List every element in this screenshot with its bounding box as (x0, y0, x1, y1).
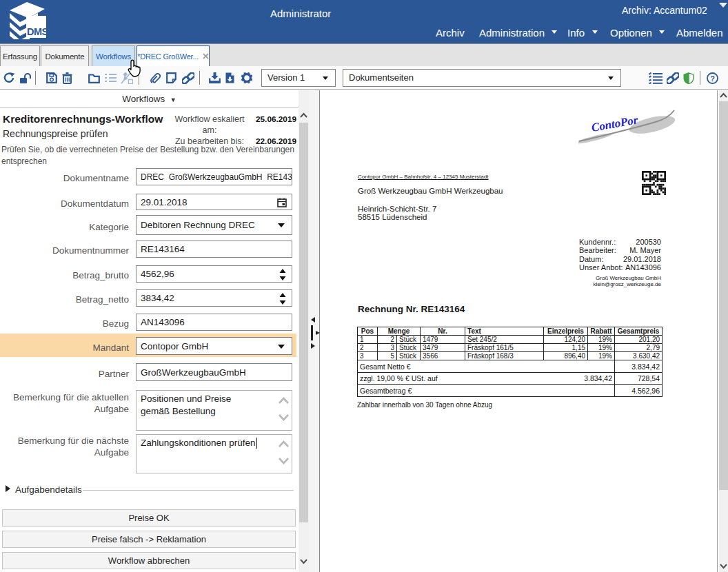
svg-text:DMS: DMS (27, 26, 48, 37)
svg-text:?: ? (710, 74, 715, 82)
